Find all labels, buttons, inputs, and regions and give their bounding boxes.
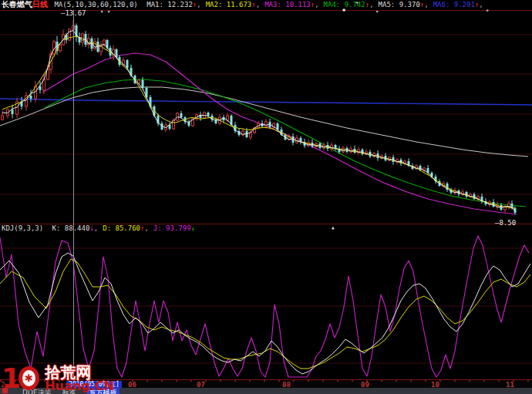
cursor-mark-icon: ✦ — [107, 9, 110, 15]
ma-value: MA5: 9.370↑, — [379, 1, 429, 8]
ma-value: MA1: 12.232↑, — [146, 1, 200, 8]
watermark-site-name: 拾荒网 — [45, 365, 114, 380]
low-price-marker: —8.50 — [495, 220, 516, 227]
crosshair-vertical-line — [73, 10, 74, 379]
kdj-value: J: 93.799↓ — [153, 224, 195, 232]
high-price-marker: —13.67 — [61, 10, 86, 17]
watermark-gear-icon: ✱ — [19, 366, 39, 390]
stock-name: 长春燃气 — [2, 0, 32, 8]
ma-params: MA(5,10,30,60,120,0) — [54, 1, 137, 8]
triangle-marker: ▲ — [332, 224, 335, 231]
cursor-mark-icon: + — [486, 8, 489, 14]
ma-value: MA2: 11.673↑, — [206, 1, 260, 8]
kdj-value: K: 88.440↓, — [52, 224, 99, 232]
watermark-numeral-one: 1 — [2, 362, 19, 394]
price-chart[interactable] — [0, 10, 532, 224]
watermark: 1✱ 拾荒网 Huang.CN — [2, 365, 114, 392]
cursor-mark-icon: + — [355, 1, 359, 6]
kdj-header[interactable]: KDJ(9,3,3) K: 88.440↓,D: 85.760↑,J: 93.7… — [2, 224, 532, 234]
cursor-mark-icon: ✦ — [375, 9, 379, 15]
kdj-value: D: 85.760↑, — [103, 224, 149, 232]
kdj-label: KDJ(9,3,3) — [2, 224, 43, 232]
ma-value: MA3: 10.113↑, — [264, 1, 318, 8]
kdj-chart[interactable] — [0, 234, 532, 379]
ma-values: MA1: 12.232↑,MA2: 11.673↑,MA3: 10.113↑,M… — [142, 1, 483, 8]
ma-value: MA6: 9.291↑, — [433, 1, 483, 8]
trading-app-window: { "header": { "title": "长春燃气", "period":… — [0, 0, 532, 394]
ma-value: MA4: 9.742↑, — [324, 1, 374, 8]
cursor-mark-icon: ✱ — [342, 8, 345, 13]
period-label[interactable]: 日线 — [32, 0, 48, 8]
kdj-values: K: 88.440↓,D: 85.760↑,J: 93.799↓ — [48, 224, 195, 232]
watermark-domain: Huang.CN — [45, 380, 114, 392]
cursor-mark-icon: ✦ — [100, 9, 103, 15]
